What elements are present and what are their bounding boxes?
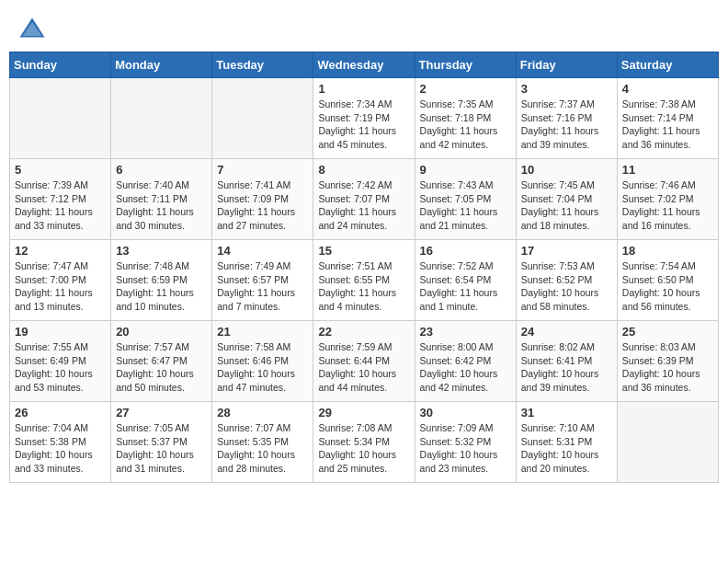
day-info: Sunrise: 7:38 AM Sunset: 7:14 PM Dayligh… [622, 98, 713, 152]
calendar-table: SundayMondayTuesdayWednesdayThursdayFrid… [9, 52, 719, 483]
calendar-day: 30Sunrise: 7:09 AM Sunset: 5:32 PM Dayli… [415, 402, 516, 483]
calendar-day: 29Sunrise: 7:08 AM Sunset: 5:34 PM Dayli… [313, 402, 415, 483]
day-info: Sunrise: 7:46 AM Sunset: 7:02 PM Dayligh… [622, 178, 713, 233]
calendar-day: 19Sunrise: 7:55 AM Sunset: 6:49 PM Dayli… [10, 321, 111, 402]
calendar-day: 18Sunrise: 7:54 AM Sunset: 6:50 PM Dayli… [617, 240, 718, 321]
day-number: 29 [318, 406, 409, 419]
day-info: Sunrise: 8:02 AM Sunset: 6:41 PM Dayligh… [521, 340, 612, 395]
weekday-header: Saturday [617, 52, 718, 78]
day-number: 16 [420, 244, 511, 258]
weekday-header: Sunday [10, 52, 111, 78]
calendar-day: 3Sunrise: 7:37 AM Sunset: 7:16 PM Daylig… [516, 78, 617, 159]
day-number: 4 [622, 82, 713, 96]
calendar-day: 8Sunrise: 7:42 AM Sunset: 7:07 PM Daylig… [313, 159, 415, 240]
day-number: 10 [521, 163, 612, 177]
day-info: Sunrise: 7:55 AM Sunset: 6:49 PM Dayligh… [15, 340, 106, 395]
calendar-day: 11Sunrise: 7:46 AM Sunset: 7:02 PM Dayli… [617, 159, 718, 240]
day-info: Sunrise: 7:49 AM Sunset: 6:57 PM Dayligh… [217, 259, 308, 314]
calendar-day: 15Sunrise: 7:51 AM Sunset: 6:55 PM Dayli… [313, 240, 415, 321]
calendar-day: 31Sunrise: 7:10 AM Sunset: 5:31 PM Dayli… [516, 402, 617, 483]
calendar-week-row: 1Sunrise: 7:34 AM Sunset: 7:19 PM Daylig… [10, 78, 719, 159]
calendar-week-row: 5Sunrise: 7:39 AM Sunset: 7:12 PM Daylig… [10, 159, 719, 240]
day-number: 12 [15, 244, 106, 258]
page-header [9, 9, 719, 44]
calendar-week-row: 12Sunrise: 7:47 AM Sunset: 7:00 PM Dayli… [10, 240, 719, 321]
day-info: Sunrise: 7:34 AM Sunset: 7:19 PM Dayligh… [318, 98, 409, 152]
calendar-day: 10Sunrise: 7:45 AM Sunset: 7:04 PM Dayli… [516, 159, 617, 240]
day-number: 7 [217, 163, 308, 177]
day-number: 13 [116, 244, 207, 258]
calendar-day: 24Sunrise: 8:02 AM Sunset: 6:41 PM Dayli… [516, 321, 617, 402]
day-number: 15 [318, 244, 409, 258]
day-info: Sunrise: 7:41 AM Sunset: 7:09 PM Dayligh… [217, 178, 308, 233]
day-info: Sunrise: 7:59 AM Sunset: 6:44 PM Dayligh… [318, 340, 409, 395]
day-number: 14 [217, 244, 308, 258]
day-info: Sunrise: 7:51 AM Sunset: 6:55 PM Dayligh… [318, 259, 409, 314]
calendar-day [212, 78, 313, 159]
day-info: Sunrise: 7:53 AM Sunset: 6:52 PM Dayligh… [521, 259, 612, 314]
day-number: 19 [15, 325, 106, 339]
day-number: 25 [622, 325, 713, 339]
calendar-day: 6Sunrise: 7:40 AM Sunset: 7:11 PM Daylig… [111, 159, 212, 240]
calendar-day: 21Sunrise: 7:58 AM Sunset: 6:46 PM Dayli… [212, 321, 313, 402]
calendar-day: 9Sunrise: 7:43 AM Sunset: 7:05 PM Daylig… [415, 159, 516, 240]
day-info: Sunrise: 7:52 AM Sunset: 6:54 PM Dayligh… [420, 259, 511, 314]
day-info: Sunrise: 7:47 AM Sunset: 7:00 PM Dayligh… [15, 259, 106, 314]
weekday-header: Thursday [415, 52, 516, 78]
day-number: 2 [420, 82, 511, 96]
weekday-header: Tuesday [212, 52, 313, 78]
calendar-week-row: 19Sunrise: 7:55 AM Sunset: 6:49 PM Dayli… [10, 321, 719, 402]
calendar-day: 28Sunrise: 7:07 AM Sunset: 5:35 PM Dayli… [212, 402, 313, 483]
logo [18, 17, 48, 44]
calendar-day: 27Sunrise: 7:05 AM Sunset: 5:37 PM Dayli… [111, 402, 212, 483]
calendar-day: 4Sunrise: 7:38 AM Sunset: 7:14 PM Daylig… [617, 78, 718, 159]
calendar-day: 14Sunrise: 7:49 AM Sunset: 6:57 PM Dayli… [212, 240, 313, 321]
day-number: 20 [116, 325, 207, 339]
day-info: Sunrise: 7:07 AM Sunset: 5:35 PM Dayligh… [217, 421, 308, 476]
calendar-day: 23Sunrise: 8:00 AM Sunset: 6:42 PM Dayli… [415, 321, 516, 402]
calendar-week-row: 26Sunrise: 7:04 AM Sunset: 5:38 PM Dayli… [10, 402, 719, 483]
day-info: Sunrise: 7:39 AM Sunset: 7:12 PM Dayligh… [15, 178, 106, 233]
weekday-header: Friday [516, 52, 617, 78]
day-number: 11 [622, 163, 713, 177]
weekday-header: Wednesday [313, 52, 415, 78]
day-info: Sunrise: 7:40 AM Sunset: 7:11 PM Dayligh… [116, 178, 207, 233]
calendar-day: 7Sunrise: 7:41 AM Sunset: 7:09 PM Daylig… [212, 159, 313, 240]
day-info: Sunrise: 7:37 AM Sunset: 7:16 PM Dayligh… [521, 98, 612, 152]
day-info: Sunrise: 8:03 AM Sunset: 6:39 PM Dayligh… [622, 340, 713, 395]
day-info: Sunrise: 7:57 AM Sunset: 6:47 PM Dayligh… [116, 340, 207, 395]
calendar-day: 20Sunrise: 7:57 AM Sunset: 6:47 PM Dayli… [111, 321, 212, 402]
day-info: Sunrise: 7:58 AM Sunset: 6:46 PM Dayligh… [217, 340, 308, 395]
calendar-day [111, 78, 212, 159]
day-number: 3 [521, 82, 612, 96]
calendar-day: 26Sunrise: 7:04 AM Sunset: 5:38 PM Dayli… [10, 402, 111, 483]
day-info: Sunrise: 7:09 AM Sunset: 5:32 PM Dayligh… [420, 421, 511, 476]
calendar-day: 17Sunrise: 7:53 AM Sunset: 6:52 PM Dayli… [516, 240, 617, 321]
day-number: 17 [521, 244, 612, 258]
calendar-day: 2Sunrise: 7:35 AM Sunset: 7:18 PM Daylig… [415, 78, 516, 159]
day-info: Sunrise: 7:35 AM Sunset: 7:18 PM Dayligh… [420, 98, 511, 152]
calendar-day: 25Sunrise: 8:03 AM Sunset: 6:39 PM Dayli… [617, 321, 718, 402]
calendar-day [617, 402, 718, 483]
weekday-header: Monday [111, 52, 212, 78]
day-info: Sunrise: 7:54 AM Sunset: 6:50 PM Dayligh… [622, 259, 713, 314]
day-info: Sunrise: 8:00 AM Sunset: 6:42 PM Dayligh… [420, 340, 511, 395]
day-info: Sunrise: 7:10 AM Sunset: 5:31 PM Dayligh… [521, 421, 612, 476]
day-number: 31 [521, 406, 612, 419]
day-number: 6 [116, 163, 207, 177]
day-number: 27 [116, 406, 207, 419]
day-info: Sunrise: 7:45 AM Sunset: 7:04 PM Dayligh… [521, 178, 612, 233]
day-number: 18 [622, 244, 713, 258]
day-number: 24 [521, 325, 612, 339]
logo-icon [18, 17, 46, 44]
calendar-day: 22Sunrise: 7:59 AM Sunset: 6:44 PM Dayli… [313, 321, 415, 402]
calendar-day: 5Sunrise: 7:39 AM Sunset: 7:12 PM Daylig… [10, 159, 111, 240]
day-number: 5 [15, 163, 106, 177]
day-number: 8 [318, 163, 409, 177]
day-number: 1 [318, 82, 409, 96]
calendar-day [10, 78, 111, 159]
day-info: Sunrise: 7:42 AM Sunset: 7:07 PM Dayligh… [318, 178, 409, 233]
calendar-day: 13Sunrise: 7:48 AM Sunset: 6:59 PM Dayli… [111, 240, 212, 321]
day-number: 21 [217, 325, 308, 339]
day-info: Sunrise: 7:08 AM Sunset: 5:34 PM Dayligh… [318, 421, 409, 476]
